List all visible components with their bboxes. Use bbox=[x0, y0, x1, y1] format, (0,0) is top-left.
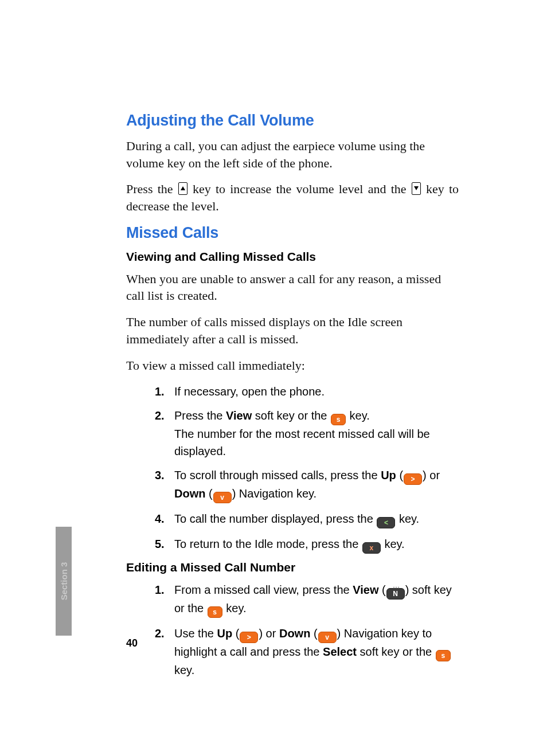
volume-down-key-icon bbox=[412, 182, 421, 195]
text: soft key or the bbox=[357, 645, 435, 658]
nav-down-key-icon: v bbox=[318, 632, 337, 643]
manual-page: Section 3 Adjusting the Call Volume Duri… bbox=[0, 0, 547, 756]
text: To scroll through missed calls, press th… bbox=[174, 469, 381, 481]
ok-key-icon: s bbox=[331, 414, 346, 425]
text: ) or bbox=[423, 469, 440, 481]
bold-text: Up bbox=[217, 627, 232, 640]
ok-key-icon: s bbox=[208, 606, 222, 618]
text: Use the bbox=[174, 627, 217, 640]
call-key-icon: < bbox=[377, 517, 395, 528]
text: ( bbox=[310, 627, 317, 640]
list-item: 2. Use the Up (>) or Down (v) Navigation… bbox=[126, 625, 459, 679]
page-number: 40 bbox=[126, 637, 138, 649]
list-item: 3. To scroll through missed calls, press… bbox=[126, 467, 459, 503]
text: ( bbox=[396, 469, 403, 481]
text: ( bbox=[378, 583, 385, 596]
steps-list-b: 1. From a missed call view, press the Vi… bbox=[126, 581, 459, 679]
bold-text: Select bbox=[323, 645, 357, 658]
text: To return to the Idle mode, press the bbox=[174, 538, 362, 550]
section-tab: Section 3 bbox=[56, 527, 72, 636]
list-item: 1. If necessary, open the phone. bbox=[126, 383, 459, 400]
paragraph: During a call, you can adjust the earpie… bbox=[126, 138, 459, 171]
bold-text: View bbox=[226, 409, 252, 422]
list-item: 1. From a missed call view, press the Vi… bbox=[126, 581, 459, 618]
bold-text: View bbox=[353, 583, 378, 596]
step-number: 5. bbox=[155, 535, 165, 553]
paragraph: When you are unable to answer a call for… bbox=[126, 271, 459, 304]
text: key. bbox=[174, 664, 194, 676]
volume-up-key-icon bbox=[178, 182, 187, 195]
text: Press the bbox=[174, 409, 226, 422]
text: key to increase the volume level and the bbox=[188, 182, 411, 196]
text: key. bbox=[381, 538, 405, 550]
text: ) Navigation key. bbox=[232, 487, 317, 500]
list-item: 4. To call the number displayed, press t… bbox=[126, 510, 459, 528]
list-item: 5. To return to the Idle mode, press the… bbox=[126, 535, 459, 554]
bold-text: Down bbox=[174, 487, 205, 500]
bold-text: Down bbox=[279, 627, 310, 640]
paragraph: Press the key to increase the volume lev… bbox=[126, 181, 459, 214]
text: If necessary, open the phone. bbox=[174, 385, 325, 398]
nav-down-key-icon: v bbox=[213, 492, 232, 503]
step-number: 1. bbox=[155, 383, 165, 400]
bold-text: Up bbox=[381, 469, 396, 481]
subheading-editing-missed-number: Editing a Missed Call Number bbox=[126, 561, 459, 574]
menu-soft-key-icon: N bbox=[386, 588, 405, 600]
text: Press the bbox=[126, 182, 178, 196]
text: The number for the most recent missed ca… bbox=[174, 428, 430, 457]
text: ( bbox=[205, 487, 212, 500]
section-tab-label: Section 3 bbox=[59, 562, 69, 601]
text: key. bbox=[223, 602, 247, 614]
nav-up-key-icon: > bbox=[404, 473, 422, 485]
text: key. bbox=[396, 512, 419, 525]
text: ) or bbox=[259, 627, 279, 640]
step-number: 2. bbox=[155, 625, 165, 642]
text: ( bbox=[232, 627, 239, 640]
text: From a missed call view, press the bbox=[174, 583, 353, 596]
step-number: 1. bbox=[155, 581, 165, 598]
steps-list-a: 1. If necessary, open the phone. 2. Pres… bbox=[126, 383, 459, 554]
heading-missed-calls: Missed Calls bbox=[126, 224, 459, 242]
step-number: 3. bbox=[155, 467, 165, 484]
step-number: 2. bbox=[155, 407, 165, 424]
page-content: Adjusting the Call Volume During a call,… bbox=[126, 112, 459, 686]
end-key-icon: x bbox=[362, 542, 381, 554]
list-item: 2. Press the View soft key or the s key.… bbox=[126, 407, 459, 460]
text: To call the number displayed, press the bbox=[174, 512, 376, 525]
ok-key-icon: s bbox=[436, 650, 451, 661]
nav-up-key-icon: > bbox=[240, 632, 258, 643]
subheading-viewing-calling-missed: Viewing and Calling Missed Calls bbox=[126, 250, 459, 264]
heading-adjusting-call-volume: Adjusting the Call Volume bbox=[126, 112, 459, 130]
paragraph: To view a missed call immediately: bbox=[126, 357, 459, 374]
text: soft key or the bbox=[252, 409, 330, 422]
step-number: 4. bbox=[155, 510, 165, 527]
text: key. bbox=[346, 409, 370, 422]
paragraph: The number of calls missed displays on t… bbox=[126, 314, 459, 347]
